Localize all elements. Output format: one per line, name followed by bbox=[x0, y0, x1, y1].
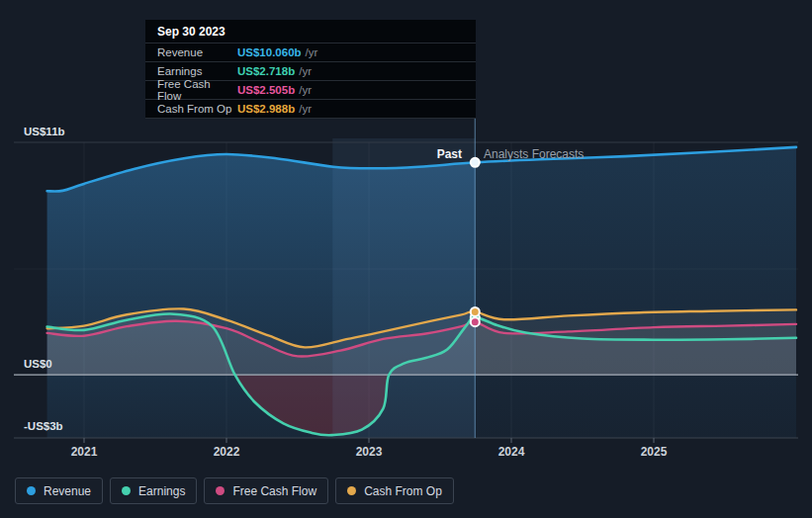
tooltip-label: Revenue bbox=[157, 46, 237, 58]
tooltip-value: US$2.505b bbox=[237, 84, 295, 96]
tooltip-label: Free Cash Flow bbox=[157, 78, 237, 102]
chart-tooltip: Sep 30 2023 Revenue US$10.060b /yr Earni… bbox=[145, 20, 476, 119]
x-axis-label-2024: 2024 bbox=[498, 445, 525, 459]
legend-label: Cash From Op bbox=[364, 484, 442, 498]
legend-item-earnings[interactable]: Earnings bbox=[110, 477, 197, 504]
tooltip-value: US$2.718b bbox=[237, 65, 295, 77]
legend-item-free-cash-flow[interactable]: Free Cash Flow bbox=[204, 477, 328, 504]
tooltip-unit: /yr bbox=[299, 65, 312, 77]
revenue-dot-icon bbox=[27, 486, 36, 495]
tooltip-label: Cash From Op bbox=[157, 103, 237, 115]
x-axis-label-2022: 2022 bbox=[214, 445, 240, 459]
forecast-region-label: Analysts Forecasts bbox=[484, 147, 584, 161]
legend-label: Earnings bbox=[138, 484, 185, 498]
tooltip-date: Sep 30 2023 bbox=[145, 20, 476, 43]
tooltip-row-free-cash-flow: Free Cash Flow US$2.505b /yr bbox=[145, 81, 476, 100]
earnings-dot-icon bbox=[122, 486, 131, 495]
y-axis-label-11b: US$11b bbox=[24, 126, 65, 137]
tooltip-row-revenue: Revenue US$10.060b /yr bbox=[145, 43, 476, 62]
x-axis-label-2025: 2025 bbox=[641, 445, 668, 459]
tooltip-unit: /yr bbox=[299, 103, 312, 115]
y-axis-label-neg3b: -US$3b bbox=[24, 420, 63, 432]
highlight-band bbox=[332, 138, 475, 438]
tooltip-value: US$2.988b bbox=[237, 103, 295, 115]
x-axis-label-2023: 2023 bbox=[356, 445, 383, 459]
chart-legend: RevenueEarningsFree Cash FlowCash From O… bbox=[15, 477, 454, 504]
free-cash-flow-dot-icon bbox=[216, 486, 225, 495]
tooltip-row-cash-from-op: Cash From Op US$2.988b /yr bbox=[145, 100, 476, 119]
marker-cash-from-op bbox=[471, 307, 480, 316]
marker-free-cash-flow bbox=[471, 317, 480, 326]
revenue-area-forecast bbox=[475, 147, 796, 438]
y-axis-label-0: US$0 bbox=[24, 358, 52, 370]
page-root: { "tooltip": { "date": "Sep 30 2023", "r… bbox=[0, 0, 812, 518]
legend-item-revenue[interactable]: Revenue bbox=[15, 477, 103, 504]
tooltip-unit: /yr bbox=[306, 46, 318, 58]
legend-label: Revenue bbox=[44, 484, 91, 498]
legend-label: Free Cash Flow bbox=[232, 484, 316, 498]
cash-from-op-dot-icon bbox=[347, 486, 356, 495]
legend-item-cash-from-op[interactable]: Cash From Op bbox=[335, 477, 454, 504]
tooltip-label: Earnings bbox=[157, 65, 237, 77]
tooltip-unit: /yr bbox=[299, 84, 312, 96]
past-region-label: Past bbox=[437, 147, 462, 161]
x-axis-label-2021: 2021 bbox=[71, 445, 98, 459]
marker-revenue bbox=[471, 158, 480, 167]
tooltip-value: US$10.060b bbox=[237, 46, 302, 58]
